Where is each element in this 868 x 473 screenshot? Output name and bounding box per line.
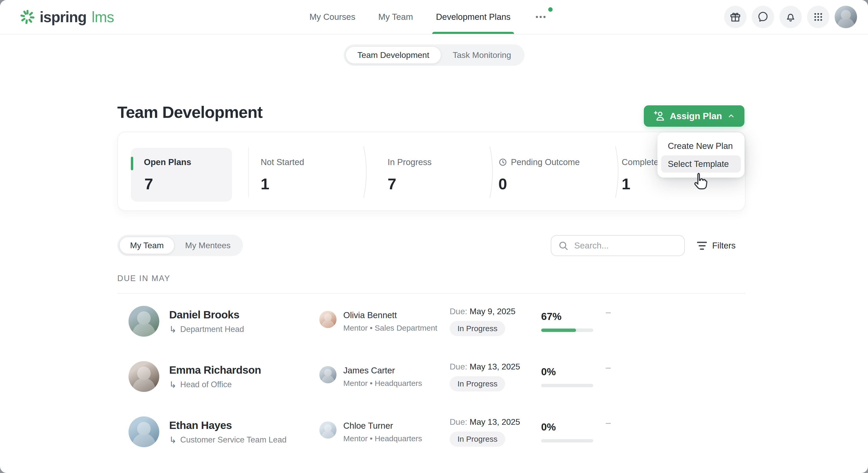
nav-item-my-team[interactable]: My Team	[378, 0, 413, 34]
subordinate-arrow-icon: ↳	[169, 325, 177, 334]
avatar-daniel-brooks	[128, 306, 159, 336]
mentor-meta: Mentor • Headquarters	[343, 379, 422, 388]
progress-percent: 67%	[541, 311, 606, 322]
assign-plan-button[interactable]: Assign Plan	[644, 105, 744, 127]
person-cell: Emma Richardson ↳ Head of Office	[117, 361, 319, 392]
tab-my-team[interactable]: My Team	[119, 237, 175, 254]
notifications-button[interactable]	[779, 6, 802, 28]
team-list: Daniel Brooks ↳ Department Head Olivia B…	[117, 294, 745, 460]
person-name[interactable]: Ethan Hayes	[169, 419, 286, 432]
extra-cell: –	[606, 316, 745, 326]
mentor-cell: Olivia Bennett Mentor • Sales Department	[319, 310, 450, 332]
stat-divider-curve	[615, 146, 621, 198]
mentor-name[interactable]: James Carter	[343, 365, 422, 376]
bell-icon	[784, 11, 797, 23]
main-nav: My Courses My Team Development Plans •••	[309, 0, 549, 34]
due-cell: Due: May 13, 2025 In Progress	[450, 417, 541, 447]
progress-bar	[541, 439, 593, 443]
page-title: Team Development	[117, 103, 262, 121]
person-name[interactable]: Emma Richardson	[169, 364, 261, 376]
avatar-james-carter	[319, 366, 337, 383]
search-input[interactable]	[574, 240, 669, 251]
avatar-chloe-turner	[319, 421, 337, 439]
due-date: Due: May 13, 2025	[450, 362, 541, 372]
status-badge: In Progress	[450, 376, 505, 391]
progress-cell: 0%	[541, 421, 606, 443]
stat-divider-curve	[363, 146, 370, 198]
team-row-emma-richardson[interactable]: Emma Richardson ↳ Head of Office James C…	[117, 349, 745, 404]
stat-in-progress[interactable]: In Progress 7	[388, 148, 432, 193]
main-content: Team Development Assign Plan Create New …	[117, 0, 745, 473]
tab-team-development[interactable]: Team Development	[345, 46, 441, 64]
person-plus-icon	[653, 110, 665, 122]
extra-cell: –	[606, 372, 745, 382]
due-cell: Due: May 9, 2025 In Progress	[450, 307, 541, 336]
nav-item-development-plans[interactable]: Development Plans	[436, 0, 510, 34]
clock-icon	[498, 158, 507, 167]
stat-divider-curve	[489, 146, 496, 198]
progress-cell: 67%	[541, 311, 606, 332]
mouse-cursor-hand	[692, 172, 709, 191]
due-date: Due: May 9, 2025	[450, 307, 541, 316]
person-role: ↳ Head of Office	[169, 380, 261, 389]
avatar-olivia-bennett	[319, 311, 337, 328]
nav-more-menu[interactable]: •••	[534, 0, 549, 34]
section-label-due-in-may: DUE IN MAY	[117, 274, 170, 283]
chat-button[interactable]	[752, 6, 774, 28]
logo-burst-icon	[19, 9, 35, 25]
filters-button[interactable]: Filters	[697, 235, 736, 256]
stat-label: In Progress	[388, 157, 432, 167]
mentor-name[interactable]: Chloe Turner	[343, 421, 422, 431]
status-badge: In Progress	[450, 321, 505, 336]
stat-open-plans[interactable]: Open Plans 7	[131, 148, 232, 202]
stat-not-started[interactable]: Not Started 1	[261, 148, 304, 193]
team-row-ethan-hayes[interactable]: Ethan Hayes ↳ Customer Service Team Lead…	[117, 404, 745, 460]
person-role: ↳ Customer Service Team Lead	[169, 435, 286, 445]
empty-value-dash: –	[606, 417, 611, 427]
stat-label: Completed	[622, 157, 663, 167]
person-name[interactable]: Daniel Brooks	[169, 309, 244, 321]
progress-bar	[541, 329, 593, 332]
menu-item-create-new-plan[interactable]: Create New Plan	[661, 138, 741, 155]
stat-value: 7	[388, 175, 432, 193]
tab-task-monitoring[interactable]: Task Monitoring	[441, 46, 523, 64]
plans-summary-card: Open Plans 7 Not Started 1 In Progress 7	[117, 132, 745, 211]
logo-brand-text: ispring	[40, 8, 87, 26]
chat-icon	[757, 11, 769, 23]
apps-button[interactable]	[807, 6, 830, 28]
ispring-logo[interactable]: ispring lms	[19, 0, 114, 34]
mentor-meta: Mentor • Sales Department	[343, 324, 437, 332]
search-box[interactable]	[551, 235, 685, 256]
person-role: ↳ Department Head	[169, 325, 244, 334]
menu-item-select-template[interactable]: Select Template	[661, 155, 741, 173]
stat-value: 0	[498, 175, 580, 193]
status-badge: In Progress	[450, 432, 505, 447]
stat-completed[interactable]: Completed 1	[622, 148, 663, 193]
gift-button[interactable]	[724, 6, 747, 28]
stat-value: 1	[622, 175, 663, 193]
subordinate-arrow-icon: ↳	[169, 436, 177, 444]
mentor-cell: Chloe Turner Mentor • Headquarters	[319, 421, 450, 443]
stat-pending-outcome[interactable]: Pending Outcome 0	[498, 148, 580, 193]
nav-item-my-courses[interactable]: My Courses	[309, 0, 355, 34]
progress-bar	[541, 384, 593, 387]
team-row-daniel-brooks[interactable]: Daniel Brooks ↳ Department Head Olivia B…	[117, 294, 745, 349]
empty-value-dash: –	[606, 307, 611, 317]
subordinate-arrow-icon: ↳	[169, 380, 177, 389]
tab-my-mentees[interactable]: My Mentees	[175, 237, 241, 254]
filters-label: Filters	[712, 241, 736, 250]
top-header: ispring lms My Courses My Team Developme…	[0, 0, 868, 34]
extra-cell: –	[606, 427, 745, 437]
mentor-meta: Mentor • Headquarters	[343, 434, 422, 443]
stat-label: Open Plans	[144, 157, 191, 167]
stat-label: Pending Outcome	[498, 157, 580, 167]
user-avatar[interactable]	[835, 6, 857, 28]
header-actions	[724, 0, 857, 34]
empty-value-dash: –	[606, 362, 611, 372]
due-date: Due: May 13, 2025	[450, 417, 541, 427]
mentor-name[interactable]: Olivia Bennett	[343, 310, 437, 320]
gift-icon	[729, 11, 741, 23]
progress-percent: 0%	[541, 366, 606, 378]
chevron-up-icon	[727, 112, 735, 120]
avatar-emma-richardson	[128, 361, 159, 392]
